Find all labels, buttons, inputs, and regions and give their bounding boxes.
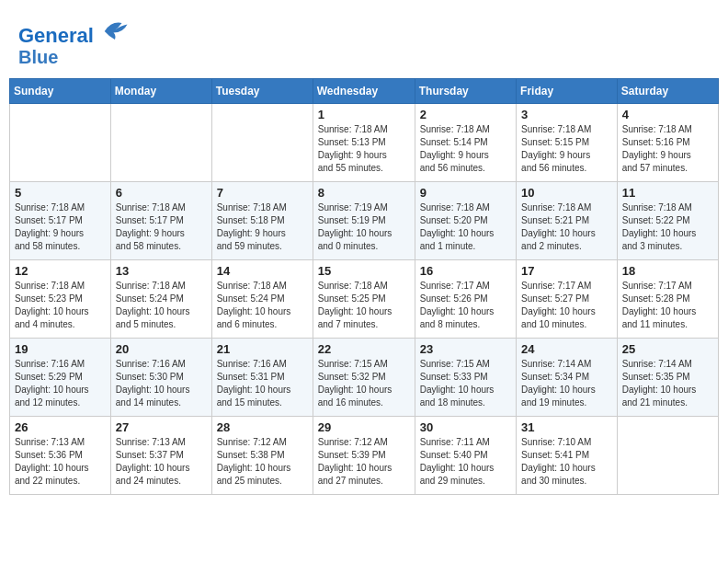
weekday-header: Wednesday [313,79,415,104]
calendar-cell: 2Sunrise: 7:18 AM Sunset: 5:14 PM Daylig… [415,104,516,182]
logo-text: General [18,17,129,47]
calendar-cell: 9Sunrise: 7:18 AM Sunset: 5:20 PM Daylig… [415,182,516,260]
calendar-cell [110,104,211,182]
weekday-header: Sunday [10,79,111,104]
logo-blue-text: Blue [18,47,129,67]
day-info: Sunrise: 7:18 AM Sunset: 5:24 PM Dayligh… [217,280,308,331]
calendar-cell: 16Sunrise: 7:17 AM Sunset: 5:26 PM Dayli… [415,260,516,339]
day-info: Sunrise: 7:17 AM Sunset: 5:27 PM Dayligh… [521,280,612,331]
calendar-cell: 10Sunrise: 7:18 AM Sunset: 5:21 PM Dayli… [517,182,618,260]
day-info: Sunrise: 7:11 AM Sunset: 5:40 PM Dayligh… [420,436,511,488]
day-number: 1 [318,108,410,121]
day-info: Sunrise: 7:16 AM Sunset: 5:31 PM Dayligh… [217,358,308,409]
day-number: 5 [15,186,106,200]
calendar-header: SundayMondayTuesdayWednesdayThursdayFrid… [10,79,719,104]
day-info: Sunrise: 7:18 AM Sunset: 5:13 PM Dayligh… [318,123,410,175]
calendar-table: SundayMondayTuesdayWednesdayThursdayFrid… [9,78,719,495]
calendar-body: 1Sunrise: 7:18 AM Sunset: 5:13 PM Daylig… [10,104,719,495]
day-info: Sunrise: 7:12 AM Sunset: 5:39 PM Dayligh… [318,436,410,488]
calendar-cell: 7Sunrise: 7:18 AM Sunset: 5:18 PM Daylig… [211,182,313,260]
calendar-cell: 8Sunrise: 7:19 AM Sunset: 5:19 PM Daylig… [313,182,415,260]
day-info: Sunrise: 7:13 AM Sunset: 5:37 PM Dayligh… [116,436,207,488]
calendar-week-row: 19Sunrise: 7:16 AM Sunset: 5:29 PM Dayli… [10,339,719,417]
day-number: 16 [420,264,511,278]
day-info: Sunrise: 7:17 AM Sunset: 5:26 PM Dayligh… [420,280,511,331]
day-info: Sunrise: 7:18 AM Sunset: 5:15 PM Dayligh… [521,123,612,175]
calendar-cell: 24Sunrise: 7:14 AM Sunset: 5:34 PM Dayli… [517,339,618,417]
day-number: 17 [521,264,612,278]
calendar-cell: 3Sunrise: 7:18 AM Sunset: 5:15 PM Daylig… [517,104,618,182]
day-number: 4 [622,108,713,121]
day-number: 14 [217,264,308,278]
calendar-week-row: 5Sunrise: 7:18 AM Sunset: 5:17 PM Daylig… [10,182,719,260]
day-number: 28 [217,420,308,434]
day-number: 21 [217,342,308,356]
weekday-header: Tuesday [211,79,313,104]
calendar-cell: 19Sunrise: 7:16 AM Sunset: 5:29 PM Dayli… [10,339,111,417]
day-info: Sunrise: 7:19 AM Sunset: 5:19 PM Dayligh… [318,201,410,253]
calendar-cell [617,417,718,495]
calendar-cell: 11Sunrise: 7:18 AM Sunset: 5:22 PM Dayli… [617,182,718,260]
calendar-cell: 28Sunrise: 7:12 AM Sunset: 5:38 PM Dayli… [211,417,313,495]
day-info: Sunrise: 7:18 AM Sunset: 5:22 PM Dayligh… [622,201,713,253]
day-info: Sunrise: 7:18 AM Sunset: 5:17 PM Dayligh… [116,201,207,253]
day-info: Sunrise: 7:15 AM Sunset: 5:32 PM Dayligh… [318,358,410,409]
calendar-cell: 17Sunrise: 7:17 AM Sunset: 5:27 PM Dayli… [517,260,618,339]
day-number: 7 [217,186,308,200]
calendar-cell [10,104,111,182]
weekday-header: Monday [110,79,211,104]
day-info: Sunrise: 7:18 AM Sunset: 5:14 PM Dayligh… [420,123,511,175]
day-info: Sunrise: 7:18 AM Sunset: 5:18 PM Dayligh… [217,201,308,253]
day-number: 8 [318,186,410,200]
calendar-cell: 12Sunrise: 7:18 AM Sunset: 5:23 PM Dayli… [10,260,111,339]
weekday-header: Thursday [415,79,516,104]
day-info: Sunrise: 7:13 AM Sunset: 5:36 PM Dayligh… [15,436,106,488]
day-info: Sunrise: 7:18 AM Sunset: 5:16 PM Dayligh… [622,123,713,175]
day-info: Sunrise: 7:18 AM Sunset: 5:23 PM Dayligh… [15,280,106,331]
day-info: Sunrise: 7:12 AM Sunset: 5:38 PM Dayligh… [217,436,308,488]
day-number: 12 [15,264,106,278]
calendar-week-row: 1Sunrise: 7:18 AM Sunset: 5:13 PM Daylig… [10,104,719,182]
day-info: Sunrise: 7:18 AM Sunset: 5:25 PM Dayligh… [318,280,410,331]
calendar-cell: 27Sunrise: 7:13 AM Sunset: 5:37 PM Dayli… [110,417,211,495]
day-info: Sunrise: 7:18 AM Sunset: 5:17 PM Dayligh… [15,201,106,253]
calendar-cell: 13Sunrise: 7:18 AM Sunset: 5:24 PM Dayli… [110,260,211,339]
calendar-cell: 29Sunrise: 7:12 AM Sunset: 5:39 PM Dayli… [313,417,415,495]
page-header: General Blue [9,9,719,78]
day-info: Sunrise: 7:18 AM Sunset: 5:24 PM Dayligh… [116,280,207,331]
day-number: 13 [116,264,207,278]
calendar-cell: 4Sunrise: 7:18 AM Sunset: 5:16 PM Daylig… [617,104,718,182]
calendar-cell [211,104,313,182]
day-number: 20 [116,342,207,356]
day-info: Sunrise: 7:16 AM Sunset: 5:30 PM Dayligh… [116,358,207,409]
day-number: 23 [420,342,511,356]
day-number: 2 [420,108,511,121]
day-info: Sunrise: 7:16 AM Sunset: 5:29 PM Dayligh… [15,358,106,409]
day-number: 3 [521,108,612,121]
day-number: 25 [622,342,713,356]
calendar-cell: 26Sunrise: 7:13 AM Sunset: 5:36 PM Dayli… [10,417,111,495]
logo: General Blue [18,17,129,67]
calendar-cell: 20Sunrise: 7:16 AM Sunset: 5:30 PM Dayli… [110,339,211,417]
weekday-row: SundayMondayTuesdayWednesdayThursdayFrid… [10,79,719,104]
day-number: 27 [116,420,207,434]
calendar-cell: 14Sunrise: 7:18 AM Sunset: 5:24 PM Dayli… [211,260,313,339]
day-number: 10 [521,186,612,200]
calendar-cell: 5Sunrise: 7:18 AM Sunset: 5:17 PM Daylig… [10,182,111,260]
logo-icon [101,17,129,42]
day-info: Sunrise: 7:14 AM Sunset: 5:35 PM Dayligh… [622,358,713,409]
day-number: 30 [420,420,511,434]
day-number: 26 [15,420,106,434]
calendar-cell: 22Sunrise: 7:15 AM Sunset: 5:32 PM Dayli… [313,339,415,417]
day-info: Sunrise: 7:18 AM Sunset: 5:21 PM Dayligh… [521,201,612,253]
calendar-cell: 30Sunrise: 7:11 AM Sunset: 5:40 PM Dayli… [415,417,516,495]
calendar-cell: 1Sunrise: 7:18 AM Sunset: 5:13 PM Daylig… [313,104,415,182]
day-number: 29 [318,420,410,434]
calendar-week-row: 12Sunrise: 7:18 AM Sunset: 5:23 PM Dayli… [10,260,719,339]
calendar-cell: 31Sunrise: 7:10 AM Sunset: 5:41 PM Dayli… [517,417,618,495]
day-info: Sunrise: 7:17 AM Sunset: 5:28 PM Dayligh… [622,280,713,331]
day-number: 24 [521,342,612,356]
weekday-header: Friday [517,79,618,104]
day-info: Sunrise: 7:10 AM Sunset: 5:41 PM Dayligh… [521,436,612,488]
day-number: 15 [318,264,410,278]
